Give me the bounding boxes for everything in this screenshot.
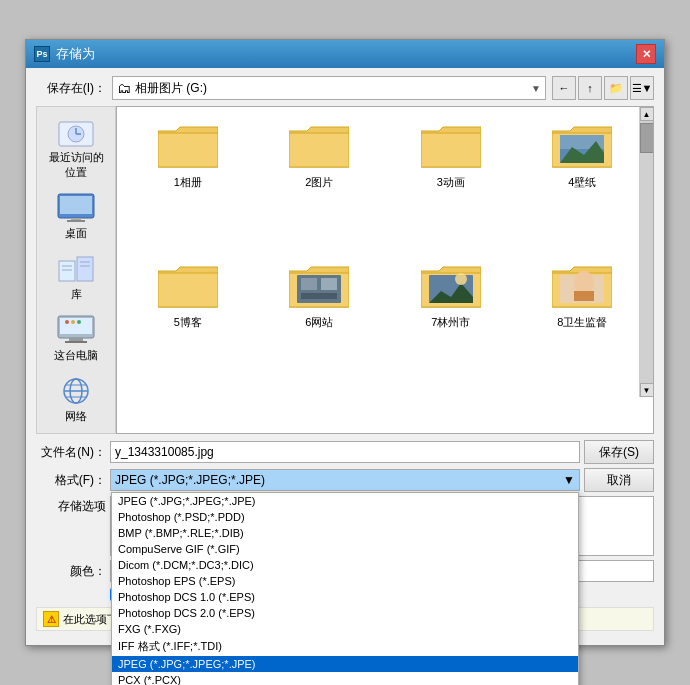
view-menu-button[interactable]: ☰▼ [630, 76, 654, 100]
bottom-section: 文件名(N)： 保存(S) 格式(F)： JPEG (*.JPG;*.JPEG;… [36, 434, 654, 637]
format-dropdown-arrow: ▼ [563, 473, 575, 487]
dropdown-item-0[interactable]: JPEG (*.JPG;*.JPEG;*.JPE) [112, 493, 578, 509]
folder-7-icon [421, 261, 481, 311]
nav-item-desktop[interactable]: 桌面 [39, 187, 113, 246]
left-nav: 最近访问的位置 桌面 [36, 106, 116, 434]
network-icon [57, 375, 95, 407]
nav-label-computer: 这台电脑 [54, 348, 98, 363]
folder-label-4: 4壁纸 [568, 175, 596, 190]
filename-input[interactable] [110, 441, 580, 463]
svg-rect-27 [158, 133, 218, 167]
computer-icon [57, 314, 95, 346]
ps-icon: Ps [34, 46, 50, 62]
folder-drive-icon: 🗂 [117, 80, 131, 96]
svg-point-18 [65, 320, 69, 324]
warning-icon-bottom: ⚠ [43, 611, 59, 627]
folder-label-7: 7林州市 [431, 315, 470, 330]
svg-rect-29 [289, 133, 349, 167]
recent-icon [57, 116, 95, 148]
file-item-2[interactable]: 2图片 [259, 117, 381, 247]
dropdown-item-1[interactable]: Photoshop (*.PSD;*.PDD) [112, 509, 578, 525]
folder-3-icon [421, 121, 481, 171]
library-icon [57, 253, 95, 285]
format-row: 格式(F)： JPEG (*.JPG;*.JPEG;*.JPE) ▼ JPEG … [36, 468, 654, 492]
nav-back-button[interactable]: ← [552, 76, 576, 100]
dropdown-item-11[interactable]: PCX (*.PCX) [112, 672, 578, 685]
file-item-1[interactable]: 1相册 [127, 117, 249, 247]
window-title: 存储为 [56, 45, 95, 63]
svg-rect-31 [421, 133, 481, 167]
dropdown-item-10[interactable]: JPEG (*.JPG;*.JPEG;*.JPE) [112, 656, 578, 672]
filename-label: 文件名(N)： [36, 444, 106, 461]
options-label: 存储选项 [36, 496, 106, 556]
dialog-body: 保存在(I)： 🗂 相册图片 (G:) ▼ ← ↑ 📁 ☰▼ [26, 68, 664, 645]
folder-5-icon [158, 261, 218, 311]
dropdown-item-2[interactable]: BMP (*.BMP;*.RLE;*.DIB) [112, 525, 578, 541]
svg-point-49 [455, 273, 467, 285]
folder-6-icon [289, 261, 349, 311]
scroll-down-button[interactable]: ▼ [640, 383, 654, 397]
file-item-8[interactable]: 8卫生监督 [522, 257, 644, 387]
desktop-icon [57, 192, 95, 224]
svg-point-20 [77, 320, 81, 324]
file-item-5[interactable]: 5博客 [127, 257, 249, 387]
dropdown-item-6[interactable]: Photoshop DCS 1.0 (*.EPS) [112, 589, 578, 605]
svg-rect-17 [65, 341, 87, 343]
file-item-3[interactable]: 3动画 [390, 117, 512, 247]
color-label: 颜色： [36, 563, 106, 580]
svg-point-19 [71, 320, 75, 324]
svg-rect-16 [69, 338, 83, 341]
close-button[interactable]: ✕ [636, 44, 656, 64]
folder-label-6: 6网站 [305, 315, 333, 330]
file-item-4[interactable]: 4壁纸 [522, 117, 644, 247]
nav-item-computer[interactable]: 这台电脑 [39, 309, 113, 368]
path-combo[interactable]: 🗂 相册图片 (G:) ▼ [112, 76, 546, 100]
current-path-text: 相册图片 (G:) [135, 80, 527, 97]
scroll-track [640, 121, 654, 383]
format-select[interactable]: JPEG (*.JPG;*.JPEG;*.JPE) ▼ JPEG (*.JPG;… [110, 469, 580, 491]
folder-label-3: 3动画 [437, 175, 465, 190]
save-as-dialog: Ps 存储为 ✕ 保存在(I)： 🗂 相册图片 (G:) ▼ ← ↑ 📁 ☰▼ [25, 39, 665, 646]
svg-rect-8 [59, 261, 75, 281]
file-grid: 1相册 2图片 3动画 [117, 107, 653, 397]
svg-rect-43 [321, 278, 337, 290]
svg-rect-9 [77, 257, 93, 281]
dropdown-item-8[interactable]: FXG (*.FXG) [112, 621, 578, 637]
dropdown-item-7[interactable]: Photoshop DCS 2.0 (*.EPS) [112, 605, 578, 621]
save-button[interactable]: 保存(S) [584, 440, 654, 464]
cancel-button[interactable]: 取消 [584, 468, 654, 492]
format-label: 格式(F)： [36, 472, 106, 489]
nav-label-desktop: 桌面 [65, 226, 87, 241]
folder-label-5: 5博客 [174, 315, 202, 330]
folder-label-1: 1相册 [174, 175, 202, 190]
new-folder-button[interactable]: 📁 [604, 76, 628, 100]
scroll-up-button[interactable]: ▲ [640, 107, 654, 121]
title-bar-left: Ps 存储为 [34, 45, 95, 63]
file-item-7[interactable]: 7林州市 [390, 257, 512, 387]
format-selected-text: JPEG (*.JPG;*.JPEG;*.JPE) [115, 473, 265, 487]
nav-item-network[interactable]: 网络 [39, 370, 113, 429]
file-area: 1相册 2图片 3动画 [116, 106, 654, 434]
nav-up-button[interactable]: ↑ [578, 76, 602, 100]
scrollbar[interactable]: ▲ ▼ [639, 107, 653, 397]
dropdown-item-3[interactable]: CompuServe GIF (*.GIF) [112, 541, 578, 557]
dropdown-item-5[interactable]: Photoshop EPS (*.EPS) [112, 573, 578, 589]
dropdown-item-9[interactable]: IFF 格式 (*.IFF;*.TDI) [112, 637, 578, 656]
folder-1-icon [158, 121, 218, 171]
svg-rect-42 [301, 278, 317, 290]
folder-label-8: 8卫生监督 [557, 315, 607, 330]
folder-4-icon [552, 121, 612, 171]
nav-item-recent[interactable]: 最近访问的位置 [39, 111, 113, 185]
svg-rect-38 [158, 273, 218, 307]
path-combo-arrow: ▼ [531, 83, 541, 94]
nav-item-library[interactable]: 库 [39, 248, 113, 307]
main-area: 最近访问的位置 桌面 [36, 106, 654, 434]
format-dropdown[interactable]: JPEG (*.JPG;*.JPEG;*.JPE) Photoshop (*.P… [111, 492, 579, 685]
dropdown-item-4[interactable]: Dicom (*.DCM;*.DC3;*.DIC) [112, 557, 578, 573]
nav-label-network: 网络 [65, 409, 87, 424]
save-in-label: 保存在(I)： [36, 80, 106, 97]
toolbar-icons: ← ↑ 📁 ☰▼ [552, 76, 654, 100]
file-item-6[interactable]: 6网站 [259, 257, 381, 387]
scroll-thumb[interactable] [640, 123, 654, 153]
folder-label-2: 2图片 [305, 175, 333, 190]
